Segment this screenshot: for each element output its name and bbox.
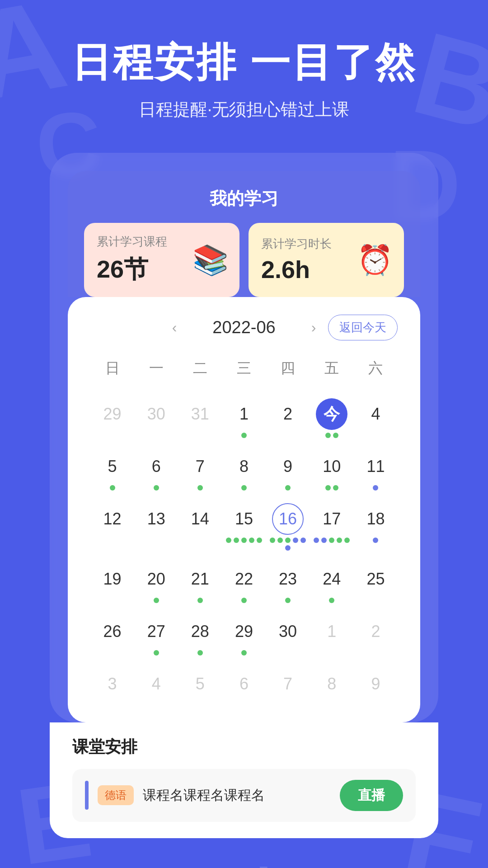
calendar-day-cell[interactable]: 31 [178,392,222,444]
calendar-day-cell[interactable]: 7 [178,444,222,497]
dot [234,538,239,543]
day-number: 16 [272,503,304,535]
calendar-day-cell[interactable]: 22 [222,557,266,609]
page-container: 日程安排 一目了然 日程提醒·无须担心错过上课 我的学习 累计学习课程 26节 … [0,0,488,868]
day-number: 2 [272,398,304,430]
day-number: 25 [360,563,391,595]
calendar-day-cell[interactable]: 29 [90,392,134,444]
dot [329,538,334,543]
day-dots [325,485,338,491]
day-number: 6 [141,451,172,482]
calendar-day-cell[interactable]: 30 [134,392,178,444]
day-number: 10 [316,451,347,482]
calendar-day-cell[interactable]: 1 [222,392,266,444]
day-number: 28 [184,616,216,647]
calendar-day-cell[interactable]: 10 [310,444,354,497]
calendar-day-cell[interactable]: 30 [266,609,310,662]
next-month-button[interactable]: › [303,317,324,339]
day-header: 三 [222,359,266,392]
day-number: 29 [97,398,128,430]
calendar-day-cell[interactable]: 12 [90,497,134,557]
day-number: 1 [316,616,347,647]
calendar-day-cell[interactable]: 17 [310,497,354,557]
day-dots [270,538,306,551]
calendar-day-cell[interactable]: 25 [354,557,398,609]
calendar-day-cell[interactable]: 6 [134,444,178,497]
dot [249,538,254,543]
calendar-day-cell[interactable]: 5 [178,662,222,709]
hero-subtitle: 日程提醒·无须担心错过上课 [27,98,461,121]
calendar-day-cell[interactable]: 28 [178,609,222,662]
dot [333,433,338,438]
dot [300,538,306,543]
calendar-day-cell[interactable]: 23 [266,557,310,609]
day-dots [241,433,247,438]
calendar-day-cell[interactable]: 11 [354,444,398,497]
calendar-day-cell[interactable]: 6 [222,662,266,709]
my-learning-title: 我的学习 [84,187,404,210]
stat-cards: 累计学习课程 26节 📚 累计学习时长 2.6h ⏰ [84,223,404,297]
day-number: 5 [97,451,128,482]
stat-card-hours: 累计学习时长 2.6h ⏰ [249,223,404,297]
calendar-day-cell[interactable]: 5 [90,444,134,497]
live-button[interactable]: 直播 [340,780,403,811]
day-dots [329,598,334,603]
calendar-day-cell[interactable]: 4 [354,392,398,444]
calendar-day-cell[interactable]: 8 [222,444,266,497]
calendar-day-cell[interactable]: 20 [134,557,178,609]
day-number: 4 [141,668,172,700]
day-number: 4 [360,398,391,430]
calendar-day-cell[interactable]: 14 [178,497,222,557]
calendar-day-cell[interactable]: 21 [178,557,222,609]
dot [277,538,283,543]
dot [241,598,247,603]
day-dots [197,650,203,656]
calendar-day-cell[interactable]: 8 [310,662,354,709]
day-number: 3 [97,668,128,700]
calendar-day-cell[interactable]: 2 [354,609,398,662]
calendar-day-cell[interactable]: 7 [266,662,310,709]
calendar-day-cell[interactable]: 18 [354,497,398,557]
calendar-day-cell[interactable]: 3 [90,662,134,709]
day-number: 12 [97,503,128,535]
schedule-item: 德语 课程名课程名课程名 直播 [72,769,416,822]
day-number: 5 [184,668,216,700]
calendar-day-cell[interactable]: 2 [266,392,310,444]
day-dots [154,650,159,656]
prev-month-button[interactable]: ‹ [164,317,185,339]
day-number: 30 [272,616,304,647]
schedule-title: 课堂安排 [72,736,416,758]
calendar-day-cell[interactable]: 29 [222,609,266,662]
calendar-day-cell[interactable]: 26 [90,609,134,662]
calendar-day-cell[interactable]: 今 [310,392,354,444]
day-number: 14 [184,503,216,535]
calendar-day-cell[interactable]: 19 [90,557,134,609]
dot [325,485,331,491]
day-number: 22 [228,563,260,595]
dot [226,538,231,543]
calendar-day-cell[interactable]: 1 [310,609,354,662]
hero-title: 日程安排 一目了然 [27,41,461,85]
my-learning-section: 我的学习 累计学习课程 26节 📚 累计学习时长 2.6h ⏰ [68,171,420,297]
stat-value-courses: 26节 [97,253,167,286]
calendar-day-cell[interactable]: 15 [222,497,266,557]
day-number: 21 [184,563,216,595]
calendar-card: ‹ 2022-06 › 返回今天 日一二三四五六29303112今4567891… [68,297,420,722]
day-number: 20 [141,563,172,595]
back-today-button[interactable]: 返回今天 [328,315,398,340]
dot [285,538,291,543]
calendar-day-cell[interactable]: 9 [354,662,398,709]
dot [241,538,247,543]
stat-icon-courses: 📚 [192,245,229,274]
calendar-day-cell[interactable]: 4 [134,662,178,709]
stat-icon-hours: ⏰ [357,245,393,274]
dot [285,485,291,491]
day-number: 15 [228,503,260,535]
calendar-day-cell[interactable]: 24 [310,557,354,609]
calendar-day-cell[interactable]: 13 [134,497,178,557]
calendar-day-cell[interactable]: 9 [266,444,310,497]
dot [197,598,203,603]
dot [344,538,350,543]
calendar-day-cell[interactable]: 16 [266,497,310,557]
calendar-day-cell[interactable]: 27 [134,609,178,662]
